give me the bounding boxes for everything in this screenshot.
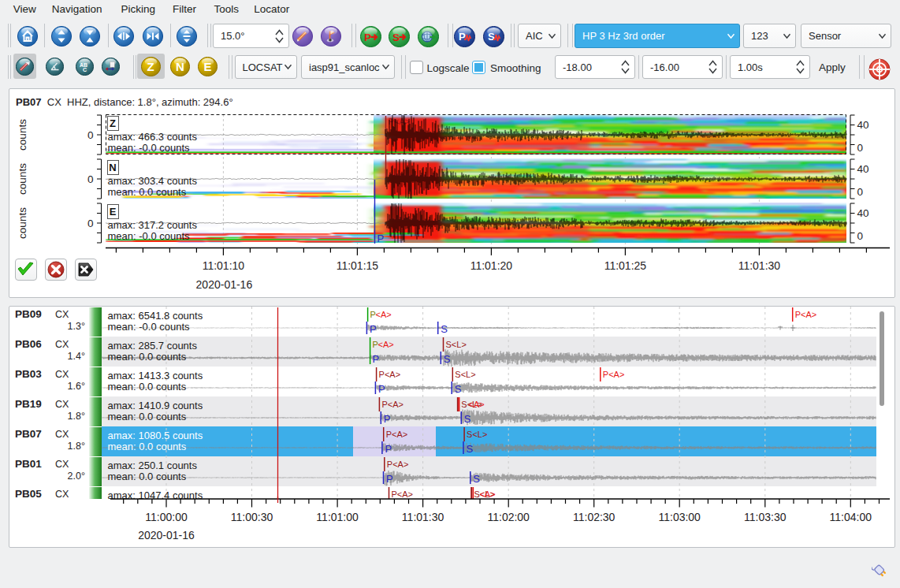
- svg-text:0: 0: [857, 186, 864, 198]
- svg-text:P: P: [377, 233, 385, 244]
- svg-text:0: 0: [87, 218, 94, 229]
- svg-text:0: 0: [87, 129, 94, 141]
- svg-text:0: 0: [857, 142, 864, 154]
- svg-text:40: 40: [857, 119, 869, 131]
- svg-text:0: 0: [857, 230, 864, 242]
- svg-text:40: 40: [857, 207, 869, 219]
- svg-text:40: 40: [857, 163, 869, 175]
- svg-text:0: 0: [87, 173, 94, 185]
